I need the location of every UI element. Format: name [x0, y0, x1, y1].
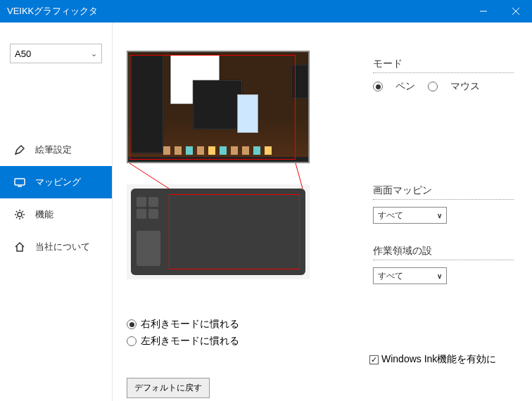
- tablet-express-keys: [137, 197, 160, 219]
- reset-default-button[interactable]: デフォルトに戻す: [127, 378, 210, 398]
- sidebar-item-label: 機能: [35, 208, 53, 221]
- sidebar-item-label: マッピング: [35, 176, 81, 189]
- left-hand-label: 左利きモードに慣れる: [141, 335, 239, 348]
- mode-pen-label: ペン: [395, 80, 415, 93]
- tablet-preview[interactable]: [127, 184, 310, 279]
- tablet-touchpad: [137, 231, 160, 266]
- sidebar-item-mapping[interactable]: マッピング: [0, 166, 112, 198]
- mapping-guide-lines: [127, 163, 310, 184]
- sidebar-item-function[interactable]: 機能: [0, 198, 112, 231]
- main-panel: モード ペン マウス 画面マッピン すべて ∨ 作業領域の設 すべて: [113, 23, 532, 401]
- screen-mapping-label: 画面マッピン: [373, 184, 514, 200]
- checkbox-icon: ✓: [369, 355, 379, 364]
- screen-mapping-section: 画面マッピン すべて ∨: [373, 184, 514, 224]
- mode-mouse-label: マウス: [450, 80, 480, 93]
- left-hand-radio[interactable]: [127, 336, 137, 346]
- work-area-value: すべて: [378, 270, 403, 282]
- screen-preview[interactable]: [127, 51, 310, 163]
- sidebar-item-label: 絵筆設定: [35, 144, 72, 156]
- close-button[interactable]: [500, 0, 532, 23]
- svg-point-5: [18, 212, 22, 217]
- sidebar-item-pen[interactable]: 絵筆設定: [0, 134, 112, 166]
- window-title: VEIKKグラフィックタ: [7, 5, 98, 18]
- device-select-value: A50: [15, 49, 31, 59]
- sidebar-item-about[interactable]: 当社について: [0, 231, 112, 263]
- chevron-down-icon: ∨: [437, 272, 442, 280]
- right-hand-label: 右利きモードに慣れる: [141, 318, 239, 331]
- titlebar: VEIKKグラフィックタ: [0, 0, 532, 23]
- chevron-down-icon: ⌄: [91, 49, 97, 58]
- minimize-button[interactable]: [467, 0, 500, 23]
- tablet-work-area-region[interactable]: [169, 194, 300, 269]
- screen-mapping-value: すべて: [378, 210, 403, 222]
- pen-icon: [14, 144, 25, 155]
- screen-mapping-region[interactable]: [129, 55, 296, 160]
- home-icon: [14, 241, 25, 253]
- monitor-icon: [14, 177, 25, 188]
- sidebar: A50 ⌄ 絵筆設定 マッピング 機能: [0, 23, 113, 401]
- mode-mouse-radio[interactable]: [428, 82, 438, 91]
- mode-label: モード: [373, 58, 514, 73]
- device-select[interactable]: A50 ⌄: [10, 44, 102, 63]
- chevron-down-icon: ∨: [437, 212, 442, 219]
- windows-ink-label: Windows Ink機能を有効に: [381, 353, 496, 366]
- work-area-select[interactable]: すべて ∨: [373, 267, 447, 284]
- handedness-group: 右利きモードに慣れる 左利きモードに慣れる: [127, 318, 239, 348]
- gear-icon: [14, 209, 25, 220]
- sidebar-item-label: 当社について: [35, 241, 90, 253]
- right-hand-radio[interactable]: [127, 319, 137, 329]
- mapping-preview: [127, 51, 310, 279]
- svg-rect-3: [15, 179, 25, 185]
- windows-ink-checkbox[interactable]: ✓ Windows Ink機能を有効に: [369, 353, 496, 366]
- mode-section: モード ペン マウス: [373, 58, 514, 93]
- work-area-label: 作業領域の設: [373, 245, 514, 260]
- screen-mapping-select[interactable]: すべて ∨: [373, 207, 447, 224]
- work-area-section: 作業領域の設 すべて ∨: [373, 245, 514, 284]
- mode-pen-radio[interactable]: [373, 82, 383, 91]
